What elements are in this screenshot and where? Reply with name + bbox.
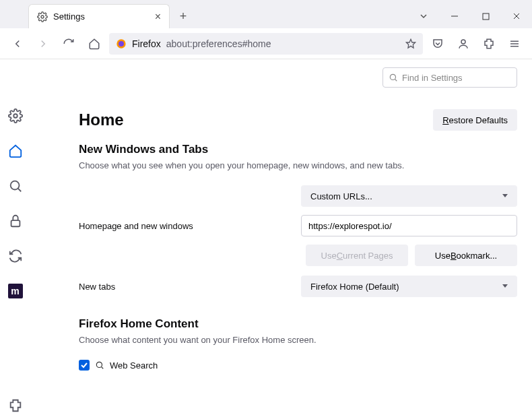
url-field[interactable]: Firefox about:preferences#home xyxy=(109,33,423,55)
main-panel: Find in Settings Home Restore Defaults N… xyxy=(30,59,532,415)
window-controls xyxy=(408,5,532,28)
web-search-checkbox[interactable] xyxy=(79,360,90,371)
reload-button[interactable] xyxy=(58,33,79,55)
svg-point-4 xyxy=(119,41,124,46)
bookmark-star-button[interactable] xyxy=(405,38,416,49)
forward-button[interactable] xyxy=(32,33,54,55)
extensions-button[interactable] xyxy=(478,33,500,55)
sidebar-item-privacy[interactable] xyxy=(6,212,25,230)
url-text: about:preferences#home xyxy=(166,38,271,49)
newtabs-select[interactable]: Firefox Home (Default) xyxy=(301,276,517,297)
svg-point-0 xyxy=(41,15,44,18)
web-search-label: Web Search xyxy=(110,360,158,371)
section-home-content-desc: Choose what content you want on your Fir… xyxy=(79,335,517,345)
maximize-button[interactable] xyxy=(470,5,501,28)
svg-point-6 xyxy=(461,40,465,44)
sidebar-item-sync[interactable] xyxy=(6,247,25,265)
page-title: Home xyxy=(79,110,124,129)
tab-settings[interactable]: Settings × xyxy=(28,4,170,28)
pocket-button[interactable] xyxy=(427,33,448,55)
new-tab-button[interactable]: + xyxy=(174,7,193,26)
homepage-url-input[interactable] xyxy=(301,215,517,236)
section-new-windows-desc: Choose what you see when you open your h… xyxy=(79,160,517,170)
homepage-mode-select[interactable]: Custom URLs... xyxy=(301,185,517,207)
section-home-content-title: Firefox Home Content xyxy=(79,317,517,331)
svg-point-13 xyxy=(390,74,395,79)
url-label: Firefox xyxy=(132,38,161,49)
homepage-label: Homepage and new windows xyxy=(79,221,301,231)
svg-point-10 xyxy=(13,114,18,118)
svg-point-11 xyxy=(10,181,19,190)
menu-button[interactable] xyxy=(504,33,525,55)
sidebar-item-home[interactable] xyxy=(6,141,25,160)
find-in-settings-input[interactable]: Find in Settings xyxy=(383,67,517,88)
sidebar-item-more[interactable]: m xyxy=(6,282,25,300)
account-button[interactable] xyxy=(453,33,474,55)
back-button[interactable] xyxy=(7,33,28,55)
svg-marker-5 xyxy=(406,39,415,48)
use-bookmark-button[interactable]: Use Bookmark... xyxy=(415,245,517,266)
sidebar-item-general[interactable] xyxy=(6,106,25,125)
svg-point-14 xyxy=(96,362,102,367)
search-icon xyxy=(95,360,104,370)
window-close-button[interactable] xyxy=(501,5,532,28)
firefox-icon xyxy=(116,38,127,49)
search-icon xyxy=(389,73,398,82)
section-new-windows-title: New Windows and Tabs xyxy=(79,143,517,156)
restore-defaults-button[interactable]: Restore Defaults xyxy=(433,109,517,131)
sidebar-item-extensions[interactable] xyxy=(6,396,25,415)
close-icon[interactable]: × xyxy=(155,11,161,23)
gear-icon xyxy=(37,11,48,22)
toolbar: Firefox about:preferences#home xyxy=(0,28,532,59)
sidebar-item-search[interactable] xyxy=(6,177,25,195)
svg-rect-2 xyxy=(483,13,489,20)
minimize-button[interactable] xyxy=(439,5,470,28)
find-placeholder: Find in Settings xyxy=(402,73,463,83)
content-area: m Find in Settings Home Restore Defaults… xyxy=(0,59,532,415)
settings-sidebar: m xyxy=(0,59,30,415)
newtabs-label: New tabs xyxy=(79,282,301,292)
home-button[interactable] xyxy=(84,33,105,55)
m-icon: m xyxy=(8,284,23,298)
svg-rect-12 xyxy=(11,220,20,226)
use-current-pages-button[interactable]: Use Current Pages xyxy=(306,245,408,266)
tab-bar: Settings × + xyxy=(0,0,532,28)
tabs-dropdown-button[interactable] xyxy=(408,5,439,28)
tab-label: Settings xyxy=(53,11,85,22)
